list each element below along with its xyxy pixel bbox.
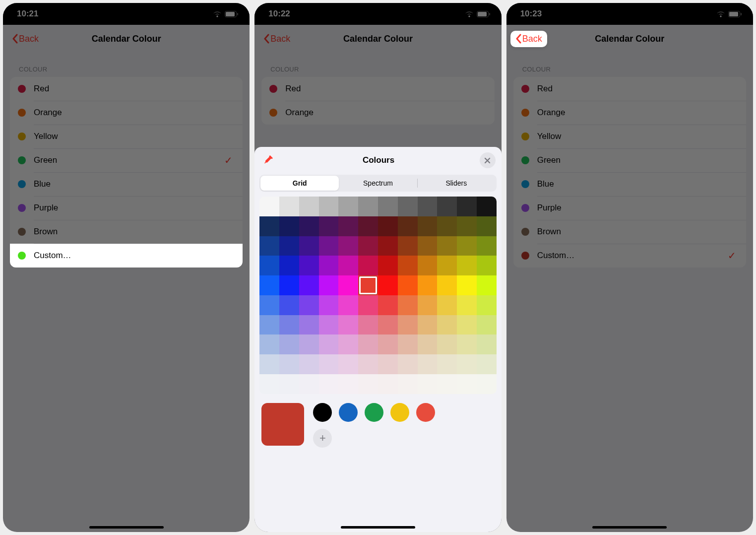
grid-cell[interactable] [338, 374, 358, 394]
grid-cell[interactable] [437, 295, 457, 315]
grid-cell[interactable] [299, 275, 319, 295]
grid-cell[interactable] [398, 315, 418, 335]
recent-colour[interactable] [339, 403, 358, 422]
grid-cell[interactable] [457, 275, 477, 295]
grid-cell[interactable] [418, 236, 438, 256]
grid-cell[interactable] [299, 295, 319, 315]
grid-cell[interactable] [358, 295, 378, 315]
close-button[interactable] [480, 152, 496, 168]
grid-cell[interactable] [279, 334, 299, 354]
colour-row-custom[interactable]: Custom…✓ [513, 244, 746, 268]
grid-cell[interactable] [378, 236, 398, 256]
eyedropper-button[interactable] [260, 151, 277, 170]
grid-cell[interactable] [338, 275, 358, 295]
grid-cell[interactable] [319, 354, 339, 374]
grid-cell[interactable] [279, 315, 299, 335]
grid-cell[interactable] [279, 275, 299, 295]
grid-cell[interactable] [378, 197, 398, 216]
grid-cell[interactable] [457, 374, 477, 394]
grid-cell[interactable] [259, 354, 279, 374]
back-button[interactable]: Back [7, 31, 44, 47]
grid-cell[interactable] [358, 354, 378, 374]
grid-cell[interactable] [398, 197, 418, 216]
colour-row-brown[interactable]: Brown [10, 220, 243, 244]
grid-cell[interactable] [437, 334, 457, 354]
grid-cell[interactable] [398, 275, 418, 295]
grid-cell[interactable] [279, 374, 299, 394]
grid-cell[interactable] [299, 354, 319, 374]
grid-cell[interactable] [299, 374, 319, 394]
grid-cell[interactable] [477, 315, 497, 335]
grid-cell[interactable] [378, 295, 398, 315]
grid-cell[interactable] [259, 197, 279, 216]
grid-cell[interactable] [418, 295, 438, 315]
colour-row-green[interactable]: Green✓ [10, 148, 243, 172]
grid-cell[interactable] [358, 236, 378, 256]
grid-cell[interactable] [457, 256, 477, 275]
grid-cell[interactable] [319, 374, 339, 394]
grid-cell[interactable] [477, 275, 497, 295]
grid-cell[interactable] [378, 256, 398, 275]
grid-cell[interactable] [319, 334, 339, 354]
grid-cell[interactable] [259, 295, 279, 315]
grid-cell[interactable] [259, 236, 279, 256]
grid-cell[interactable] [418, 197, 438, 216]
recent-colour[interactable] [313, 403, 332, 422]
grid-cell[interactable] [437, 216, 457, 236]
grid-cell[interactable] [299, 197, 319, 216]
grid-cell[interactable] [319, 315, 339, 335]
grid-cell[interactable] [338, 315, 358, 335]
grid-cell[interactable] [299, 315, 319, 335]
grid-cell[interactable] [477, 334, 497, 354]
colour-row-purple[interactable]: Purple [513, 196, 746, 220]
grid-cell[interactable] [358, 256, 378, 275]
grid-cell[interactable] [279, 216, 299, 236]
grid-cell[interactable] [437, 236, 457, 256]
colour-row-yellow[interactable]: Yellow [513, 125, 746, 148]
grid-cell[interactable] [437, 354, 457, 374]
grid-cell[interactable] [457, 236, 477, 256]
grid-cell[interactable] [457, 334, 477, 354]
recent-colour[interactable] [416, 403, 435, 422]
grid-cell[interactable] [457, 197, 477, 216]
grid-cell[interactable] [259, 334, 279, 354]
grid-cell[interactable] [338, 256, 358, 275]
grid-cell[interactable] [398, 374, 418, 394]
grid-cell[interactable] [259, 216, 279, 236]
grid-cell[interactable] [279, 197, 299, 216]
tab-spectrum[interactable]: Spectrum [339, 176, 417, 191]
grid-cell[interactable] [477, 295, 497, 315]
colour-row-yellow[interactable]: Yellow [10, 125, 243, 148]
back-button[interactable]: Back [258, 31, 295, 47]
grid-cell[interactable] [418, 216, 438, 236]
grid-cell[interactable] [398, 334, 418, 354]
colour-row-orange[interactable]: Orange [261, 101, 494, 125]
grid-cell[interactable] [358, 315, 378, 335]
grid-cell[interactable] [338, 295, 358, 315]
grid-cell[interactable] [398, 295, 418, 315]
grid-cell[interactable] [418, 275, 438, 295]
grid-cell[interactable] [477, 197, 497, 216]
grid-cell[interactable] [319, 295, 339, 315]
grid-cell[interactable] [398, 216, 418, 236]
grid-cell[interactable] [398, 256, 418, 275]
grid-cell[interactable] [358, 374, 378, 394]
tab-grid[interactable]: Grid [260, 176, 339, 191]
grid-cell[interactable] [279, 354, 299, 374]
grid-cell[interactable] [457, 216, 477, 236]
grid-cell[interactable] [418, 315, 438, 335]
colour-row-orange[interactable]: Orange [10, 101, 243, 125]
grid-cell[interactable] [358, 197, 378, 216]
colour-grid[interactable] [259, 197, 496, 394]
grid-cell[interactable] [378, 374, 398, 394]
colour-row-brown[interactable]: Brown [513, 220, 746, 244]
grid-cell[interactable] [299, 236, 319, 256]
colour-row-orange[interactable]: Orange [513, 101, 746, 125]
colour-row-purple[interactable]: Purple [10, 196, 243, 220]
grid-cell[interactable] [259, 256, 279, 275]
grid-cell[interactable] [299, 216, 319, 236]
colour-row-green[interactable]: Green [513, 148, 746, 172]
grid-cell[interactable] [477, 374, 497, 394]
grid-cell[interactable] [279, 256, 299, 275]
grid-cell[interactable] [457, 295, 477, 315]
